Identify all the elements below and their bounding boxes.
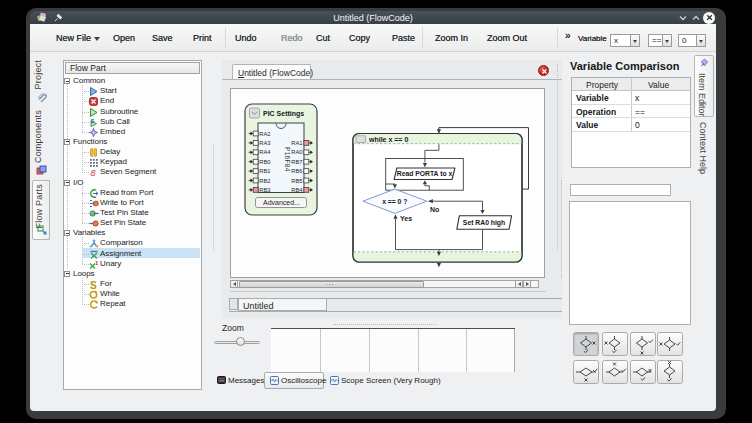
svg-text:Advanced...: Advanced... — [263, 199, 300, 206]
svg-text:RB3: RB3 — [259, 187, 270, 193]
svg-text:No: No — [430, 206, 439, 213]
svg-text:RB0: RB0 — [259, 159, 270, 165]
svg-text:8: 8 — [91, 168, 96, 177]
svg-text:1: 1 — [95, 260, 99, 266]
svg-text:while x == 0: while x == 0 — [368, 136, 408, 143]
svg-text:RA4: RA4 — [259, 149, 271, 155]
svg-text:x == 0 ?: x == 0 ? — [382, 198, 407, 205]
svg-text:RB5: RB5 — [291, 178, 302, 184]
svg-text:RB6: RB6 — [291, 168, 302, 174]
svg-text:RB4: RB4 — [291, 187, 303, 193]
svg-text:RB1: RB1 — [259, 168, 270, 174]
svg-text:Read PORTA to x: Read PORTA to x — [397, 170, 453, 177]
svg-text:RB7: RB7 — [291, 159, 302, 165]
svg-text:RA3: RA3 — [259, 140, 270, 146]
svg-text:S: S — [90, 280, 97, 289]
svg-text:PIC Settings: PIC Settings — [263, 110, 304, 118]
svg-text:RA2: RA2 — [259, 131, 270, 137]
svg-text:RA0: RA0 — [291, 149, 302, 155]
svg-text:P16F84: P16F84 — [284, 147, 291, 172]
svg-text:Yes: Yes — [400, 215, 412, 222]
svg-text:RB2: RB2 — [259, 178, 270, 184]
svg-text:Set RA0 high: Set RA0 high — [463, 219, 505, 227]
svg-text:S: S — [91, 118, 95, 124]
svg-text:RA1: RA1 — [291, 140, 302, 146]
